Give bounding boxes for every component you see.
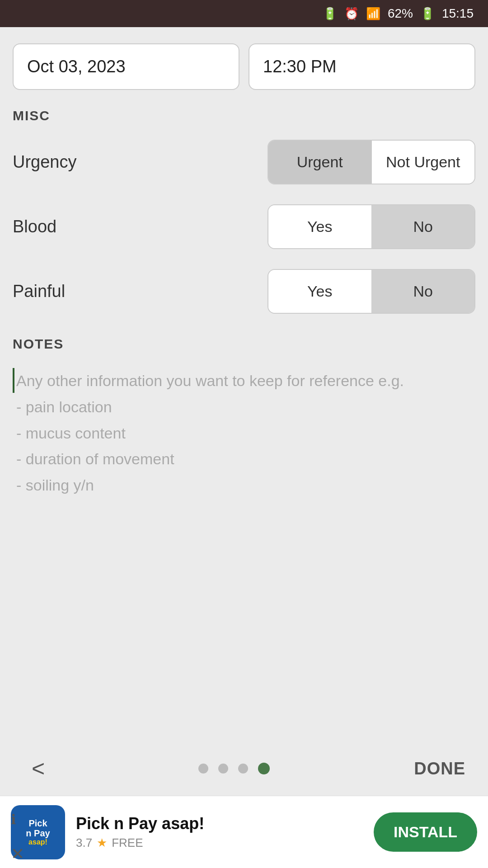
notes-textarea-container[interactable]: Any other information you want to keep f…: [13, 368, 475, 540]
urgency-toggle-group: Urgent Not Urgent: [267, 140, 475, 184]
status-icons: 🔋 ⏰ 📶 62% 🔋 15:15: [323, 6, 474, 21]
ad-info: Pick n Pay asap! 3.7 ★ FREE: [76, 814, 363, 850]
time-field[interactable]: 12:30 PM: [249, 43, 475, 90]
ad-rating: 3.7: [76, 836, 92, 850]
dot-1: [198, 764, 208, 774]
notes-placeholder: Any other information you want to keep f…: [13, 368, 475, 499]
urgency-row: Urgency Urgent Not Urgent: [13, 140, 475, 184]
page-dots: [198, 763, 270, 774]
status-bar: 🔋 ⏰ 📶 62% 🔋 15:15: [0, 0, 488, 27]
painful-row: Painful Yes No: [13, 269, 475, 314]
battery-percentage: 62%: [388, 6, 413, 21]
misc-section: MISC Urgency Urgent Not Urgent Blood Yes…: [13, 108, 475, 314]
main-content: Oct 03, 2023 12:30 PM MISC Urgency Urgen…: [0, 27, 488, 540]
notes-label: NOTES: [13, 336, 475, 352]
back-button[interactable]: <: [23, 751, 54, 786]
date-time-row: Oct 03, 2023 12:30 PM: [13, 43, 475, 90]
ad-logo-sub: asap!: [28, 838, 47, 846]
blood-no-btn[interactable]: No: [372, 205, 475, 248]
painful-no-btn[interactable]: No: [372, 270, 475, 313]
blood-yes-btn[interactable]: Yes: [268, 205, 372, 248]
battery-charging-icon: 🔋: [323, 7, 337, 21]
blood-toggle-group: Yes No: [267, 204, 475, 249]
painful-label: Painful: [13, 282, 65, 301]
alarm-icon: ⏰: [344, 7, 359, 21]
done-button[interactable]: DONE: [414, 759, 465, 778]
wifi-icon: 📶: [366, 7, 380, 21]
urgency-urgent-btn[interactable]: Urgent: [268, 141, 372, 184]
urgency-label: Urgency: [13, 152, 77, 172]
install-button[interactable]: INSTALL: [374, 812, 477, 852]
time-display: 15:15: [442, 6, 474, 21]
blood-label: Blood: [13, 217, 56, 236]
misc-label: MISC: [13, 108, 475, 123]
dot-3: [238, 764, 248, 774]
blood-row: Blood Yes No: [13, 204, 475, 249]
ad-logo-text: Pickn Pay: [26, 818, 50, 838]
battery-icon: 🔋: [420, 7, 435, 21]
dot-4-active: [258, 763, 270, 774]
urgency-not-urgent-btn[interactable]: Not Urgent: [372, 141, 475, 184]
painful-yes-btn[interactable]: Yes: [268, 270, 372, 313]
ad-info-button[interactable]: ℹ: [11, 811, 16, 827]
ad-meta: 3.7 ★ FREE: [76, 836, 363, 850]
ad-banner: ℹ Pickn Pay asap! Pick n Pay asap! 3.7 ★…: [0, 796, 488, 868]
date-field[interactable]: Oct 03, 2023: [13, 43, 239, 90]
dot-2: [218, 764, 228, 774]
painful-toggle-group: Yes No: [267, 269, 475, 314]
bottom-nav: < DONE: [0, 746, 488, 791]
ad-price: FREE: [112, 836, 143, 850]
ad-star-icon: ★: [97, 836, 107, 850]
ad-title: Pick n Pay asap!: [76, 814, 363, 833]
ad-close-button[interactable]: ✕: [11, 844, 24, 863]
notes-section: NOTES Any other information you want to …: [13, 336, 475, 540]
text-cursor: [13, 368, 14, 393]
